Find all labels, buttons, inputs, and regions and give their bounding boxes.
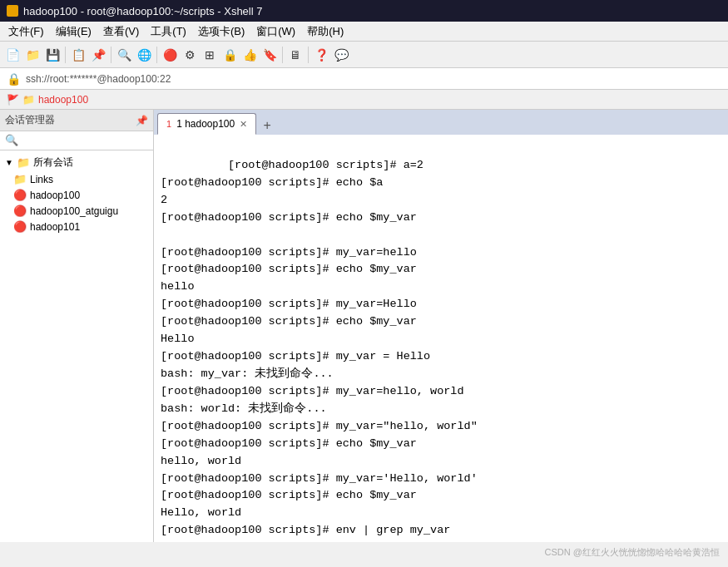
session-header: 会话管理器 📌 xyxy=(0,110,153,131)
terminal-line-8: hello xyxy=(161,280,195,293)
search-icon: 🔍 xyxy=(5,134,18,147)
toolbar-settings[interactable]: ⚙ xyxy=(181,46,199,64)
terminal-line-3: 2 xyxy=(161,194,167,206)
menu-help[interactable]: 帮助(H) xyxy=(302,22,349,41)
bookmark-bar: 🚩 📁 hadoop100 xyxy=(0,90,728,110)
bookmark-label: hadoop100 xyxy=(38,94,88,106)
terminal-content: [root@hadoop100 scripts]# a=2 [root@hado… xyxy=(154,135,728,542)
tree-collapse-icon: ▼ xyxy=(5,158,13,167)
toolbar-save[interactable]: 💾 xyxy=(43,46,62,64)
toolbar-bookmark2[interactable]: 🔖 xyxy=(260,46,279,64)
lock-icon: 🔒 xyxy=(7,72,21,86)
right-panel: 1 1 hadoop100 ✕ + [root@hadoop100 script… xyxy=(154,110,728,542)
tree-item-label: hadoop100_atguigu xyxy=(30,205,118,217)
toolbar-sep-2 xyxy=(111,47,111,63)
tab-number-icon: 1 xyxy=(166,119,171,129)
menu-window[interactable]: 窗口(W) xyxy=(251,22,300,41)
tab-close-button[interactable]: ✕ xyxy=(240,119,247,130)
toolbar-display[interactable]: 🖥 xyxy=(286,46,305,64)
toolbar-thumbsup[interactable]: 👍 xyxy=(240,46,259,64)
menu-tabs[interactable]: 选项卡(B) xyxy=(193,22,250,41)
toolbar-sep-5 xyxy=(308,47,309,63)
session-search-input[interactable] xyxy=(21,135,148,146)
terminal-line-22: [root@hadoop100 scripts]# env | grep my_… xyxy=(161,524,450,536)
tree-item-label: Links xyxy=(30,174,53,185)
terminal-line-17: [root@hadoop100 scripts]# echo $my_var xyxy=(161,437,417,450)
menu-file[interactable]: 文件(F) xyxy=(3,22,49,41)
toolbar-search[interactable]: 🔍 xyxy=(115,46,133,64)
terminal-line-19: [root@hadoop100 scripts]# my_var='Hello,… xyxy=(161,472,478,485)
terminal-line-16: [root@hadoop100 scripts]# my_var="hello,… xyxy=(161,420,478,432)
window-title: hadoop100 - root@hadoop100:~/scripts - X… xyxy=(23,5,262,17)
menu-tools[interactable]: 工具(T) xyxy=(146,22,191,41)
terminal-line-1: [root@hadoop100 scripts]# a=2 xyxy=(228,159,423,171)
terminal-line-6: [root@hadoop100 scripts]# my_var=hello xyxy=(161,246,417,259)
toolbar-open[interactable]: 📁 xyxy=(23,46,42,64)
terminal-line-9: [root@hadoop100 scripts]# my_var=Hello xyxy=(161,298,417,310)
toolbar-chat[interactable]: 💬 xyxy=(332,46,350,64)
tree-hadoop100[interactable]: 🔴 hadoop100 xyxy=(0,187,153,203)
title-bar: hadoop100 - root@hadoop100:~/scripts - X… xyxy=(0,0,728,22)
folder-icon: 📁 xyxy=(17,156,30,169)
bookmark-flag-icon: 🚩 xyxy=(7,94,19,106)
terminal-line-7: [root@hadoop100 scripts]# echo $my_var xyxy=(161,263,417,275)
menu-bar: 文件(F) 编辑(E) 查看(V) 工具(T) 选项卡(B) 窗口(W) 帮助(… xyxy=(0,22,728,42)
bookmark-folder-icon: 📁 xyxy=(22,94,35,106)
session-search-bar: 🔍 xyxy=(0,131,153,150)
tree-all-sessions[interactable]: ▼ 📁 所有会话 xyxy=(0,154,153,171)
terminal-line-13: bash: my_var: 未找到命令... xyxy=(161,367,334,380)
toolbar-paste[interactable]: 📌 xyxy=(89,46,107,64)
tree-hadoop100-atguigu[interactable]: 🔴 hadoop100_atguigu xyxy=(0,203,153,219)
terminal-line-15: bash: world: 未找到命令... xyxy=(161,402,327,415)
menu-view[interactable]: 查看(V) xyxy=(98,22,144,41)
terminal-line-12: [root@hadoop100 scripts]# my_var = Hello xyxy=(161,350,430,362)
server-icon: 🔴 xyxy=(13,189,27,201)
toolbar-new-file[interactable]: 📄 xyxy=(3,46,22,64)
terminal-line-20: [root@hadoop100 scripts]# echo $my_var xyxy=(161,489,417,501)
toolbar-lock[interactable]: 🔒 xyxy=(220,46,239,64)
toolbar-help[interactable]: ❓ xyxy=(312,46,330,64)
terminal-line-23: [root@hadoop100 scripts]# set | grep my_… xyxy=(161,541,450,542)
toolbar: 📄 📁 💾 📋 📌 🔍 🌐 🔴 ⚙ ⊞ 🔒 👍 🔖 🖥 ❓ 💬 xyxy=(0,42,728,68)
server-icon: 🔴 xyxy=(13,220,27,233)
app-window: hadoop100 - root@hadoop100:~/scripts - X… xyxy=(0,0,728,567)
tree-item-label: hadoop100 xyxy=(30,190,80,201)
watermark: CSDN @红红火火恍恍惚惚哈哈哈哈黄浩恒 xyxy=(545,546,720,559)
toolbar-sep-4 xyxy=(282,47,283,63)
folder-icon: 📁 xyxy=(13,173,27,185)
app-icon xyxy=(7,5,18,17)
tab-strip: 1 1 hadoop100 ✕ + xyxy=(154,110,728,135)
tab-add-button[interactable]: + xyxy=(258,116,276,135)
terminal-line-4: [root@hadoop100 scripts]# echo $my_var xyxy=(161,211,417,224)
terminal-line-2: [root@hadoop100 scripts]# echo $a xyxy=(161,176,383,189)
menu-edit[interactable]: 编辑(E) xyxy=(51,22,97,41)
terminal-line-14: [root@hadoop100 scripts]# my_var=hello, … xyxy=(161,385,464,397)
toolbar-copy[interactable]: 📋 xyxy=(69,46,87,64)
toolbar-grid[interactable]: ⊞ xyxy=(201,46,219,64)
toolbar-sep-3 xyxy=(156,47,157,63)
toolbar-connect[interactable]: 🔴 xyxy=(161,46,179,64)
bookmark-hadoop100[interactable]: 📁 hadoop100 xyxy=(22,94,88,106)
toolbar-globe[interactable]: 🌐 xyxy=(135,46,153,64)
session-tree: ▼ 📁 所有会话 📁 Links 🔴 hadoop100 🔴 hadoop100… xyxy=(0,150,153,542)
session-panel-pin[interactable]: 📌 xyxy=(136,115,148,126)
main-layout: 会话管理器 📌 🔍 ▼ 📁 所有会话 📁 Links 🔴 xyxy=(0,110,728,542)
tab-hadoop100[interactable]: 1 1 hadoop100 ✕ xyxy=(157,113,256,135)
terminal-line-18: hello, world xyxy=(161,455,241,467)
ssh-url: ssh://root:*******@hadoop100:22 xyxy=(26,73,171,85)
session-panel: 会话管理器 📌 🔍 ▼ 📁 所有会话 📁 Links 🔴 xyxy=(0,110,154,542)
tab-label: 1 hadoop100 xyxy=(176,118,235,130)
tree-item-label: hadoop101 xyxy=(30,221,80,233)
ssh-bar: 🔒 ssh://root:*******@hadoop100:22 xyxy=(0,68,728,90)
tree-item-label: 所有会话 xyxy=(33,155,73,170)
terminal-line-21: Hello, world xyxy=(161,506,241,519)
server-icon: 🔴 xyxy=(13,205,27,217)
session-panel-title: 会话管理器 xyxy=(5,113,55,127)
tree-hadoop101[interactable]: 🔴 hadoop101 xyxy=(0,219,153,234)
terminal-line-11: Hello xyxy=(161,333,195,345)
terminal-area[interactable]: [root@hadoop100 scripts]# a=2 [root@hado… xyxy=(154,135,728,542)
tree-links[interactable]: 📁 Links xyxy=(0,171,153,187)
terminal-line-10: [root@hadoop100 scripts]# echo $my_var xyxy=(161,315,417,328)
toolbar-sep-1 xyxy=(65,47,66,63)
